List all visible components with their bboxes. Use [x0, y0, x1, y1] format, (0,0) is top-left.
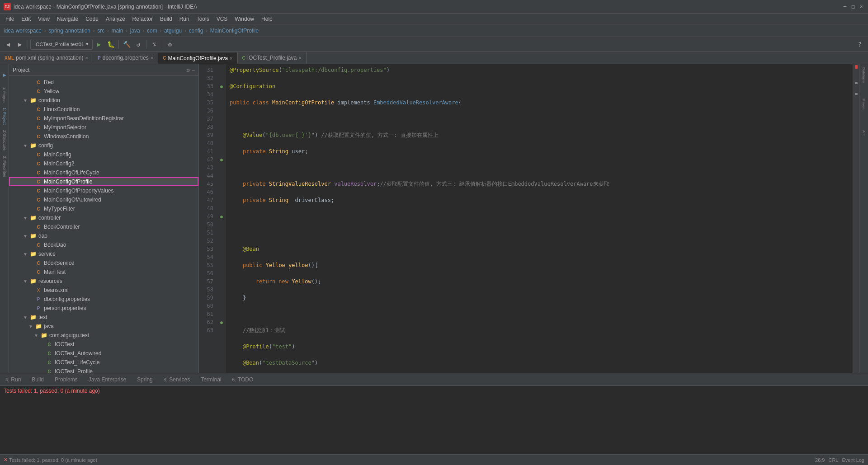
ant-icon[interactable]: Ant [860, 124, 868, 142]
code-line-37 [230, 164, 849, 172]
tree-item-10[interactable]: CMainConfigOfLifeCycle [9, 168, 198, 177]
tree-item-4[interactable]: CMyImportBeanDefinitionRegistrar [9, 114, 198, 123]
tab-2[interactable]: C MainConfigOfProfile.java × [158, 52, 237, 64]
tree-item-22[interactable]: ▼📁resources [9, 277, 198, 286]
breadcrumb-item-7[interactable]: config [189, 28, 203, 34]
project-panel-icon[interactable]: ▶ [1, 66, 8, 84]
bottom-tab-4[interactable]: Spring [132, 374, 158, 385]
tree-item-14[interactable]: CMyTypeFilter [9, 204, 198, 213]
menu-item-analyze[interactable]: Analyze [102, 15, 129, 23]
tree-item-11[interactable]: CMainConfigOfProfile [9, 177, 198, 186]
bottom-tab-3[interactable]: Java Enterprise [83, 374, 132, 385]
tab-close-1[interactable]: × [151, 55, 153, 61]
tree-item-28[interactable]: ▼📁com.atguigu.test [9, 331, 198, 340]
left-panel-label-2[interactable]: 2: Favorites [1, 154, 8, 179]
menu-item-edit[interactable]: Edit [18, 15, 34, 23]
bottom-tab-1[interactable]: Build [26, 374, 49, 385]
tree-item-8[interactable]: CMainConfig [9, 150, 198, 159]
left-panel-label-0[interactable]: 1: Project [1, 106, 8, 127]
tree-item-13[interactable]: CMainConifgOfAutowired [9, 195, 198, 204]
bottom-tab-7[interactable]: 6: TODO [227, 374, 259, 385]
code-editor[interactable]: 3132333435363738394041424344454647484950… [199, 64, 853, 373]
tree-item-32[interactable]: CIOCTest_Profile [9, 367, 198, 373]
maximize-button[interactable]: □ [850, 4, 856, 10]
bottom-tab-5[interactable]: 8: Services [158, 374, 195, 385]
tab-3[interactable]: C IOCTest_Profile.java × [238, 52, 307, 64]
tree-item-20[interactable]: CBookService [9, 258, 198, 268]
breadcrumb-item-3[interactable]: main [111, 28, 123, 34]
refresh-button[interactable]: ↺ [133, 39, 144, 50]
close-button[interactable]: ✕ [858, 4, 864, 10]
tree-item-19[interactable]: ▼📁service [9, 249, 198, 258]
vcs-button[interactable]: ⌥ [149, 39, 160, 50]
tree-item-2[interactable]: ▼📁condition [9, 96, 198, 105]
event-log[interactable]: Event Log [842, 457, 864, 463]
left-panel-label-1[interactable]: Z-Structure [1, 128, 8, 152]
tree-item-21[interactable]: CMainTest [9, 268, 198, 277]
run-config-selector[interactable]: IOCTest_Profile.test01 ▾ [30, 39, 93, 50]
tab-close-3[interactable]: × [298, 55, 301, 61]
tab-close-0[interactable]: × [85, 55, 88, 61]
menu-item-window[interactable]: Window [231, 15, 258, 23]
menu-item-tools[interactable]: Tools [193, 15, 213, 23]
menu-item-run[interactable]: Run [176, 15, 193, 23]
database-icon[interactable]: Database [860, 66, 868, 84]
project-panel-collapse[interactable]: − [192, 67, 195, 73]
tree-item-30[interactable]: CIOCTest_Autowired [9, 349, 198, 358]
tab-0[interactable]: XML pom.xml (spring-annotation) × [0, 52, 93, 64]
tree-item-3[interactable]: CLinuxCondition [9, 105, 198, 114]
run-button[interactable]: ▶ [94, 39, 104, 50]
menu-item-build[interactable]: Build [156, 15, 176, 23]
breadcrumb-sep-6: › [184, 28, 187, 34]
project-panel-settings[interactable]: ⚙ [187, 67, 190, 73]
minimize-button[interactable]: ─ [842, 4, 848, 10]
breadcrumb-item-0[interactable]: idea-workspace [4, 28, 42, 34]
breadcrumb-item-1[interactable]: spring-annotation [48, 28, 90, 34]
tree-item-29[interactable]: CIOCTest [9, 340, 198, 349]
tree-item-23[interactable]: Xbeans.xml [9, 286, 198, 295]
bottom-tab-0[interactable]: 4: Run [0, 374, 26, 385]
breadcrumb-item-8[interactable]: MainConfigOfProfile [210, 28, 259, 34]
build-button[interactable]: 🔨 [121, 39, 132, 50]
tab-1[interactable]: P dbconfig.properties × [93, 52, 158, 64]
tree-item-17[interactable]: ▼📁dao [9, 231, 198, 240]
tree-item-27[interactable]: ▼📁java [9, 322, 198, 331]
settings-button[interactable]: ⚙ [165, 39, 175, 50]
tree-item-5[interactable]: CMyImportSelector [9, 123, 198, 132]
debug-button[interactable]: 🐛 [105, 39, 116, 50]
breadcrumb-item-6[interactable]: atguigu [164, 28, 182, 34]
code-content[interactable]: @PropertySource("classpath:/dbconfig.pro… [226, 64, 853, 373]
tree-item-31[interactable]: CIOCTest_LifeCycle [9, 358, 198, 367]
menu-item-refactor[interactable]: Refactor [129, 15, 156, 23]
tree-item-16[interactable]: CBookController [9, 222, 198, 231]
tree-item-9[interactable]: CMainConfig2 [9, 159, 198, 168]
gutter-32 [217, 74, 226, 82]
tree-item-12[interactable]: CMainConfigOfPropertyValues [9, 186, 198, 195]
breadcrumb-item-5[interactable]: com [147, 28, 157, 34]
tree-item-15[interactable]: ▼📁controller [9, 213, 198, 222]
breadcrumb-item-2[interactable]: src [97, 28, 104, 34]
structure-icon[interactable]: 1: Project [1, 86, 8, 104]
back-button[interactable]: ◀ [3, 39, 14, 50]
tree-item-0[interactable]: CRed [9, 78, 198, 87]
help-button[interactable]: ? [854, 39, 865, 50]
tree-item-26[interactable]: ▼📁test [9, 313, 198, 322]
menu-item-vcs[interactable]: VCS [213, 15, 231, 23]
forward-button[interactable]: ▶ [14, 39, 25, 50]
menu-item-navigate[interactable]: Navigate [53, 15, 82, 23]
tree-item-24[interactable]: Pdbconfig.properties [9, 295, 198, 304]
menu-item-help[interactable]: Help [258, 15, 276, 23]
menu-item-code[interactable]: Code [82, 15, 102, 23]
tree-item-25[interactable]: Pperson.properties [9, 304, 198, 313]
tab-close-2[interactable]: × [230, 56, 232, 61]
menu-item-view[interactable]: View [34, 15, 53, 23]
tree-item-7[interactable]: ▼📁config [9, 141, 198, 150]
tree-item-6[interactable]: CWindowsCondition [9, 132, 198, 141]
menu-item-file[interactable]: File [2, 15, 18, 23]
tree-item-1[interactable]: CYellow [9, 87, 198, 96]
bottom-tab-6[interactable]: Terminal [195, 374, 226, 385]
breadcrumb-item-4[interactable]: java [130, 28, 140, 34]
bottom-tab-2[interactable]: Problems [49, 374, 83, 385]
maven-icon[interactable]: Maven [860, 95, 868, 113]
tree-item-18[interactable]: CBookDao [9, 240, 198, 249]
